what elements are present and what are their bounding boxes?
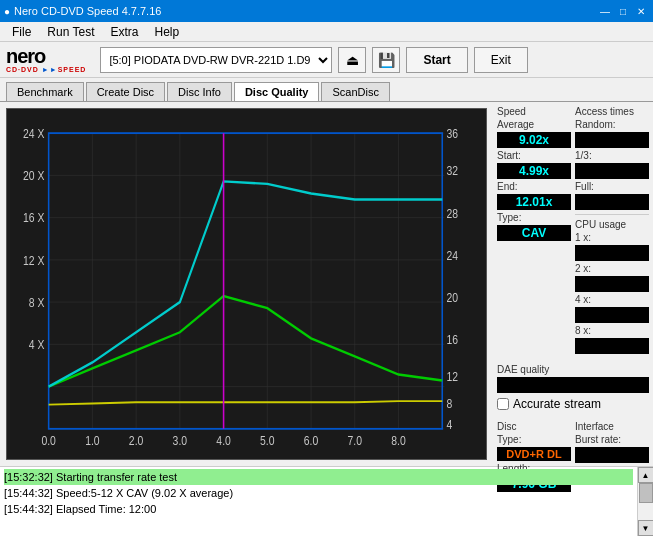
speed-end-value: 12.01x (497, 194, 571, 210)
cpu-1x-label: 1 x: (575, 232, 649, 243)
disc-type-sub: Type: (497, 434, 571, 445)
menu-file[interactable]: File (4, 23, 39, 41)
divider-1 (575, 214, 649, 215)
menu-help[interactable]: Help (147, 23, 188, 41)
access-third-value (575, 163, 649, 179)
svg-text:12 X: 12 X (23, 254, 45, 267)
access-full-label: Full: (575, 181, 649, 192)
access-third-label: 1/3: (575, 150, 649, 161)
svg-text:8: 8 (446, 398, 452, 411)
speed-type-value: CAV (497, 225, 571, 241)
cpu-4x-value (575, 307, 649, 323)
speed-average-label: Average (497, 119, 571, 130)
logo: nero CD·DVD ►►SPEED (6, 46, 86, 73)
cpu-8x-value (575, 338, 649, 354)
scroll-up-button[interactable]: ▲ (638, 467, 654, 483)
svg-text:7.0: 7.0 (348, 434, 362, 447)
speed-type-label: Type: (497, 212, 571, 223)
speed-end-label: End: (497, 181, 571, 192)
svg-text:12: 12 (446, 370, 458, 383)
dae-value (497, 377, 649, 393)
svg-text:4: 4 (446, 418, 452, 431)
menu-bar: File Run Test Extra Help (0, 22, 653, 42)
log-area: [15:32:32] Starting transfer rate test [… (0, 466, 653, 536)
tab-disc-info[interactable]: Disc Info (167, 82, 232, 101)
log-scrollbar: ▲ ▼ (637, 467, 653, 536)
log-line-0: [15:32:32] Starting transfer rate test (4, 469, 633, 485)
menu-run-test[interactable]: Run Test (39, 23, 102, 41)
speed-section: Speed Average 9.02x Start: 4.99x End: 12… (497, 106, 571, 354)
minimize-button[interactable]: — (597, 4, 613, 18)
svg-text:24 X: 24 X (23, 127, 45, 140)
svg-text:1.0: 1.0 (85, 434, 99, 447)
svg-text:16: 16 (446, 334, 458, 347)
scroll-track (638, 483, 654, 520)
svg-text:0.0: 0.0 (41, 434, 55, 447)
tab-create-disc[interactable]: Create Disc (86, 82, 165, 101)
title-bar: ● Nero CD-DVD Speed 4.7.7.16 — □ ✕ (0, 0, 653, 22)
svg-text:4 X: 4 X (29, 338, 45, 351)
tab-scan-disc[interactable]: ScanDisc (321, 82, 389, 101)
dae-section: DAE quality Accurate stream (497, 364, 649, 411)
svg-text:36: 36 (446, 127, 458, 140)
start-button[interactable]: Start (406, 47, 467, 73)
svg-text:8 X: 8 X (29, 296, 45, 309)
access-section: Access times Random: 1/3: Full: CPU usag… (575, 106, 649, 354)
dae-label: DAE quality (497, 364, 649, 375)
svg-rect-0 (7, 109, 486, 459)
accurate-stream-row: Accurate stream (497, 397, 649, 411)
svg-text:32: 32 (446, 165, 458, 178)
scroll-thumb[interactable] (639, 483, 653, 503)
tab-benchmark[interactable]: Benchmark (6, 82, 84, 101)
right-panel: Speed Average 9.02x Start: 4.99x End: 12… (493, 102, 653, 466)
interface-label: Interface (575, 421, 649, 432)
title-bar-left: ● Nero CD-DVD Speed 4.7.7.16 (4, 5, 161, 17)
svg-text:8.0: 8.0 (391, 434, 405, 447)
menu-extra[interactable]: Extra (102, 23, 146, 41)
svg-text:4.0: 4.0 (216, 434, 230, 447)
save-button[interactable]: 💾 (372, 47, 400, 73)
svg-text:20: 20 (446, 291, 458, 304)
tab-disc-quality[interactable]: Disc Quality (234, 82, 320, 101)
top-panels: Speed Average 9.02x Start: 4.99x End: 12… (497, 106, 649, 354)
svg-text:20 X: 20 X (23, 169, 45, 182)
speed-start-value: 4.99x (497, 163, 571, 179)
access-random-value (575, 132, 649, 148)
close-button[interactable]: ✕ (633, 4, 649, 18)
drive-select[interactable]: [5:0] PIODATA DVD-RW DVR-221D 1.D9 (100, 47, 332, 73)
svg-text:6.0: 6.0 (304, 434, 318, 447)
toolbar: nero CD·DVD ►►SPEED [5:0] PIODATA DVD-RW… (0, 42, 653, 78)
svg-text:24: 24 (446, 249, 458, 262)
scroll-down-button[interactable]: ▼ (638, 520, 654, 536)
main-area: 24 X 20 X 16 X 12 X 8 X 4 X 36 32 28 24 … (0, 102, 653, 466)
cpu-1x-value (575, 245, 649, 261)
speed-label: Speed (497, 106, 571, 117)
cpu-4x-label: 4 x: (575, 294, 649, 305)
svg-text:16 X: 16 X (23, 212, 45, 225)
cpu-8x-label: 8 x: (575, 325, 649, 336)
speed-average-value: 9.02x (497, 132, 571, 148)
access-random-label: Random: (575, 119, 649, 130)
svg-text:2.0: 2.0 (129, 434, 143, 447)
accurate-label: Accurate (513, 397, 560, 411)
exit-button[interactable]: Exit (474, 47, 528, 73)
logo-sub: CD·DVD ►►SPEED (6, 66, 86, 73)
disc-type-value: DVD+R DL (497, 447, 571, 461)
access-full-value (575, 194, 649, 210)
eject-button[interactable]: ⏏ (338, 47, 366, 73)
log-content: [15:32:32] Starting transfer rate test [… (0, 467, 637, 536)
burst-label: Burst rate: (575, 434, 649, 445)
log-line-1: [15:44:32] Speed:5-12 X CAV (9.02 X aver… (4, 485, 633, 501)
speed-start-label: Start: (497, 150, 571, 161)
access-label: Access times (575, 106, 649, 117)
logo-text: nero (6, 46, 86, 66)
cpu-2x-label: 2 x: (575, 263, 649, 274)
disc-label: Disc (497, 421, 571, 432)
svg-text:5.0: 5.0 (260, 434, 274, 447)
stream-label: stream (564, 397, 601, 411)
accurate-stream-checkbox[interactable] (497, 398, 509, 410)
app-icon: ● (4, 6, 10, 17)
cpu-2x-value (575, 276, 649, 292)
tab-bar: Benchmark Create Disc Disc Info Disc Qua… (0, 78, 653, 102)
maximize-button[interactable]: □ (615, 4, 631, 18)
